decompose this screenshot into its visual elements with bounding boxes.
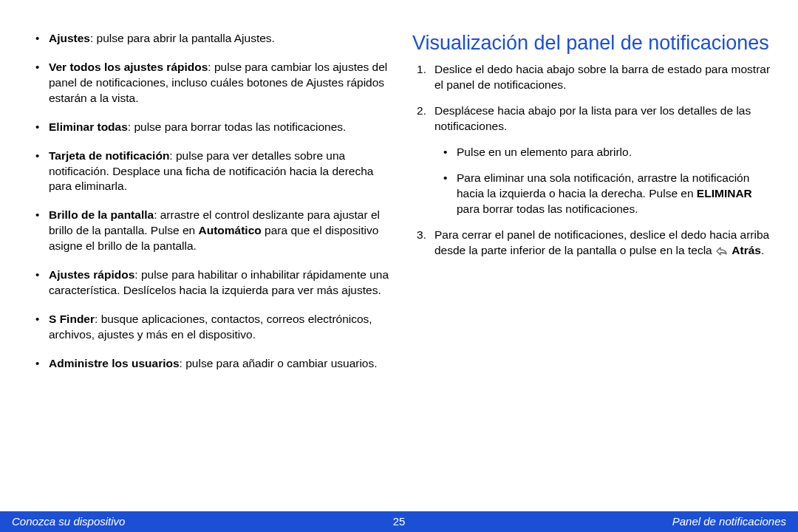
term: Ajustes (49, 32, 90, 44)
list-item: Ajustes: pulse para abrir la pantalla Aj… (40, 31, 390, 47)
desc: : busque aplicaciones, contactos, correo… (49, 313, 372, 341)
inline-bold: Atrás (732, 244, 761, 256)
sub-item: Para eliminar una sola notificación, arr… (449, 171, 776, 217)
inline-bold: ELIMINAR (697, 187, 752, 200)
footer-right: Panel de notificaciones (405, 514, 786, 529)
step-1: Deslice el dedo hacia abajo sobre la bar… (427, 62, 776, 93)
list-item: Administre los usuarios: pulse para añad… (40, 356, 390, 372)
term: Eliminar todas (49, 120, 128, 133)
list-item: Brillo de la pantalla: arrastre el contr… (40, 208, 390, 254)
term: Ver todos los ajustes rápidos (49, 61, 208, 73)
page-number: 25 (393, 514, 406, 529)
list-item: S Finder: busque aplicaciones, contactos… (40, 312, 390, 343)
desc: : pulse para abrir la pantalla Ajustes. (90, 32, 275, 44)
inline-bold: Automático (199, 224, 262, 236)
right-column: Visualización del panel de notificacione… (412, 31, 776, 385)
step-3: Para cerrar el panel de notificaciones, … (427, 228, 776, 260)
term: Ajustes rápidos (49, 268, 134, 281)
term: S Finder (49, 313, 95, 325)
desc: : pulse para borrar todas las notificaci… (128, 120, 347, 133)
list-item: Tarjeta de notificación: pulse para ver … (40, 149, 390, 195)
page-footer: Conozca su dispositivo 25 Panel de notif… (0, 511, 798, 532)
section-heading: Visualización del panel de notificacione… (412, 31, 776, 55)
back-icon (715, 245, 729, 260)
list-item: Eliminar todas: pulse para borrar todas … (40, 120, 390, 135)
left-column: Ajustes: pulse para abrir la pantalla Aj… (27, 31, 390, 385)
term: Brillo de la pantalla (49, 208, 154, 221)
sub-item: Pulse en un elemento para abrirlo. (449, 145, 776, 160)
desc: : pulse para añadir o cambiar usuarios. (180, 357, 378, 369)
term: Tarjeta de notificación (49, 149, 169, 162)
footer-left: Conozca su dispositivo (12, 514, 393, 529)
step-2: Desplácese hacia abajo por la lista para… (427, 103, 776, 217)
term: Administre los usuarios (49, 357, 180, 369)
list-item: Ver todos los ajustes rápidos: pulse par… (40, 60, 390, 106)
list-item: Ajustes rápidos: pulse para habilitar o … (40, 267, 390, 299)
